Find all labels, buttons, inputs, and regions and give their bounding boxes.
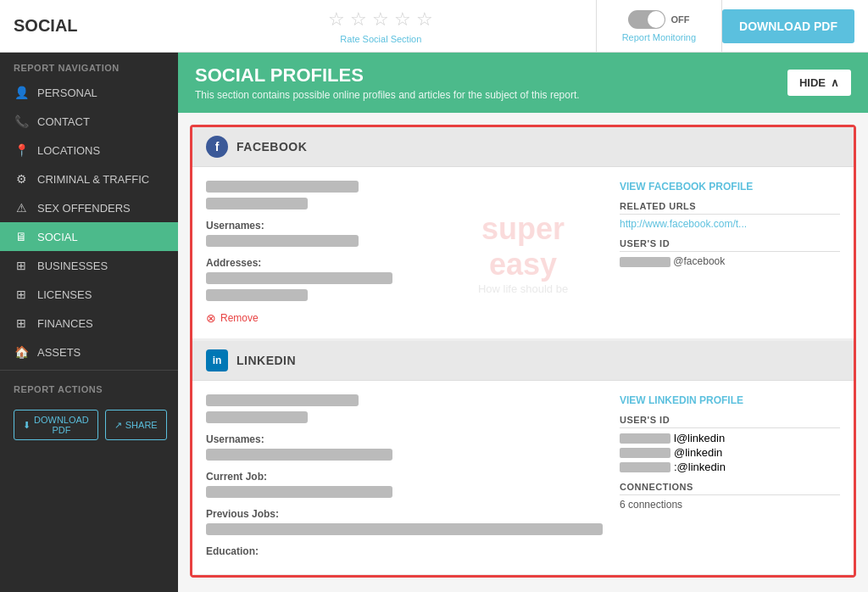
linkedin-section: in LINKEDIN Usernames: Current Job: Prev…	[192, 339, 854, 575]
li-id-blur-2	[620, 448, 670, 458]
linkedin-left: Usernames: Current Job: Previous Jobs: E…	[206, 394, 603, 561]
sidebar-item-label-sex-offenders: SEX OFFENDERS	[37, 202, 131, 215]
fb-remove-button[interactable]: ⊗ Remove	[206, 311, 603, 325]
li-prev-job-blur	[206, 523, 603, 535]
sidebar-item-label-licenses: LICENSES	[37, 288, 92, 301]
sidebar-item-sex-offenders[interactable]: ⚠ SEX OFFENDERS	[0, 193, 178, 222]
person-icon: 👤	[14, 86, 29, 99]
remove-circle-icon: ⊗	[206, 311, 216, 325]
facebook-title: FACEBOOK	[236, 140, 307, 154]
star-3[interactable]: ☆	[372, 8, 389, 31]
phone-icon: 📞	[14, 114, 29, 128]
toggle-state: OFF	[670, 14, 689, 25]
download-pdf-button[interactable]: DOWNLOAD PDF	[722, 9, 854, 43]
sidebar-item-criminal[interactable]: ⚙ CRIMINAL & TRAFFIC	[0, 165, 178, 193]
toggle-track[interactable]	[628, 10, 665, 29]
section-title: SOCIAL PROFILES	[195, 64, 580, 87]
monitoring-label: Report Monitoring	[622, 32, 696, 42]
sidebar-item-label-businesses: BUSINESSES	[37, 260, 108, 272]
related-urls-label: RELATED URLS	[620, 201, 840, 215]
connections-value: 6 connections	[620, 499, 840, 511]
hide-button[interactable]: HIDE ∧	[787, 70, 851, 96]
user-id-label-fb: USER'S ID	[620, 238, 840, 252]
sidebar-share-btn[interactable]: ↗ SHARE	[105, 410, 167, 440]
fb-username-blur	[206, 235, 359, 247]
sidebar-item-label-finances: FINANCES	[37, 317, 93, 330]
star-1[interactable]: ☆	[328, 8, 345, 31]
criminal-icon: ⚙	[14, 172, 29, 186]
li-prev-jobs-label: Previous Jobs:	[206, 508, 603, 520]
sidebar-item-businesses[interactable]: ⊞ BUSINESSES	[0, 251, 178, 280]
actions-section-label: REPORT ACTIONS	[0, 374, 178, 399]
li-current-job-label: Current Job:	[206, 471, 603, 483]
download-icon: ⬇	[23, 420, 31, 431]
facebook-user-id: @facebook	[620, 255, 840, 267]
sidebar-item-label-contact: CONTACT	[37, 115, 90, 128]
linkedin-icon: in	[206, 349, 228, 371]
facebook-body: Usernames: Addresses: ⊗ Remove supereasy	[192, 167, 854, 339]
sidebar-item-label-locations: LOCATIONS	[37, 144, 100, 157]
linkedin-id-row-3: :@linkedin	[620, 461, 840, 473]
sidebar-item-label-criminal: CRIMINAL & TRAFFIC	[37, 173, 149, 186]
linkedin-body: Usernames: Current Job: Previous Jobs: E…	[192, 381, 854, 575]
sidebar-item-locations[interactable]: 📍 LOCATIONS	[0, 136, 178, 165]
facebook-url[interactable]: http://www.facebook.com/t...	[620, 218, 840, 230]
star-rating[interactable]: ☆ ☆ ☆ ☆ ☆	[328, 8, 433, 31]
assets-icon: 🏠	[14, 345, 29, 359]
rating-section: ☆ ☆ ☆ ☆ ☆ Rate Social Section	[166, 8, 596, 44]
sidebar: REPORT NAVIGATION 👤 PERSONAL 📞 CONTACT 📍…	[0, 53, 178, 592]
fb-name-blur-1	[206, 181, 359, 193]
sidebar-item-social[interactable]: 🖥 SOCIAL	[0, 222, 178, 251]
linkedin-id-block: l@linkedin @linkedin :@linkedin	[620, 432, 840, 473]
toggle-knob	[648, 11, 665, 28]
facebook-header: f FACEBOOK	[192, 127, 854, 167]
finances-icon: ⊞	[14, 316, 29, 330]
facebook-left: Usernames: Addresses: ⊗ Remove	[206, 181, 603, 325]
star-2[interactable]: ☆	[350, 8, 367, 31]
linkedin-id-row-1: l@linkedin	[620, 432, 840, 444]
linkedin-id-row-2: @linkedin	[620, 446, 840, 459]
rate-label: Rate Social Section	[340, 34, 421, 44]
fb-id-blur	[620, 257, 670, 267]
view-facebook-link[interactable]: VIEW FACEBOOK PROFILE	[620, 181, 840, 193]
sidebar-item-personal[interactable]: 👤 PERSONAL	[0, 78, 178, 107]
linkedin-header: in LINKEDIN	[192, 341, 854, 381]
sidebar-download-btn[interactable]: ⬇ DOWNLOAD PDF	[14, 410, 98, 440]
li-usernames-label: Usernames:	[206, 433, 603, 445]
linkedin-title: LINKEDIN	[236, 354, 296, 367]
sidebar-item-finances[interactable]: ⊞ FINANCES	[0, 309, 178, 338]
li-education-label: Education:	[206, 545, 603, 557]
sidebar-item-label-assets: ASSETS	[37, 346, 81, 359]
view-linkedin-link[interactable]: VIEW LINKEDIN PROFILE	[620, 394, 840, 406]
report-actions: ⬇ DOWNLOAD PDF ↗ SHARE	[0, 399, 178, 447]
fb-addresses-label: Addresses:	[206, 257, 603, 269]
li-id-suffix-1: l@linkedin	[674, 432, 725, 444]
action-buttons: ⬇ DOWNLOAD PDF ↗ SHARE	[14, 410, 164, 440]
fb-address-blur-2	[206, 289, 308, 301]
app-title: SOCIAL	[14, 16, 166, 36]
header: SOCIAL ☆ ☆ ☆ ☆ ☆ Rate Social Section OFF…	[0, 0, 868, 53]
connections-label: CONNECTIONS	[620, 482, 840, 495]
fb-address-blur-1	[206, 272, 392, 284]
licenses-icon: ⊞	[14, 288, 29, 301]
star-5[interactable]: ☆	[416, 8, 433, 31]
profiles-card: f FACEBOOK Usernames: Addresses: ⊗	[190, 125, 856, 578]
sidebar-item-licenses[interactable]: ⊞ LICENSES	[0, 280, 178, 309]
linkedin-right: VIEW LINKEDIN PROFILE USER'S ID l@linked…	[620, 394, 840, 561]
star-4[interactable]: ☆	[394, 8, 411, 31]
facebook-right: VIEW FACEBOOK PROFILE RELATED URLS http:…	[620, 181, 840, 325]
fb-usernames-label: Usernames:	[206, 220, 603, 232]
monitoring-section: OFF Report Monitoring	[596, 0, 722, 52]
li-id-blur-1	[620, 433, 670, 444]
fb-name-blur-2	[206, 198, 308, 209]
li-user-id-label: USER'S ID	[620, 415, 840, 428]
li-job-blur	[206, 486, 392, 498]
social-icon: 🖥	[14, 230, 29, 243]
chevron-up-icon: ∧	[831, 76, 839, 89]
sidebar-item-contact[interactable]: 📞 CONTACT	[0, 107, 178, 136]
main-content: SOCIAL PROFILES This section contains po…	[178, 53, 868, 592]
monitoring-toggle[interactable]: OFF	[628, 10, 689, 29]
nav-section-label: REPORT NAVIGATION	[0, 53, 178, 78]
sidebar-item-assets[interactable]: 🏠 ASSETS	[0, 338, 178, 366]
sidebar-item-label-social: SOCIAL	[37, 231, 78, 243]
